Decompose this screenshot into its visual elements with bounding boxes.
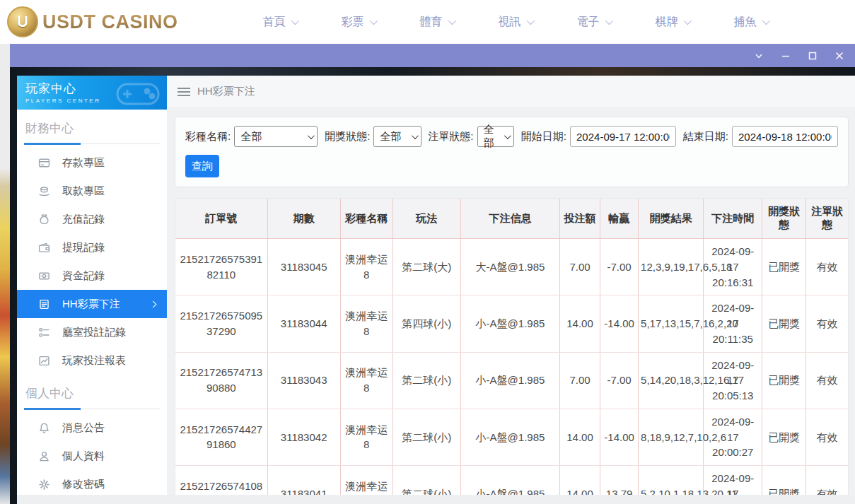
hamburger-icon[interactable] — [178, 87, 190, 97]
table-cell: 小-A盤@1.985 — [460, 352, 559, 409]
table-header-row: 訂單號期數彩種名稱玩法下注信息投注額輸贏開獎結果下注時間開獎狀態注單狀態 — [175, 199, 848, 239]
table-cell: 31183043 — [267, 352, 340, 409]
site-logo[interactable]: U USDT CASINO — [7, 6, 178, 37]
close-button[interactable] — [834, 50, 845, 61]
sidebar-item[interactable]: 廳室投註記錄 — [17, 318, 167, 346]
breadcrumb-label: HH彩票下注 — [197, 85, 255, 98]
table-cell: 已開獎 — [762, 409, 806, 465]
site-header: U USDT CASINO 首頁彩票體育視訊電子棋牌捕魚 — [0, 0, 855, 44]
table-cell: 14.00 — [560, 409, 600, 465]
maximize-button[interactable] — [807, 50, 818, 61]
table-cell: 31183044 — [267, 295, 340, 352]
window-bottom-strip — [17, 495, 855, 504]
table-cell: 5,2,10,1,18,13,20,11 — [639, 466, 704, 496]
order-status-select[interactable]: 全部 — [477, 126, 515, 147]
sidebar-item-label: 資金記錄 — [62, 269, 105, 283]
lottery-name-select[interactable]: 全部 — [234, 126, 318, 147]
table-cell: 有效 — [806, 239, 848, 295]
sidebar-section-title: 個人中心 — [24, 384, 160, 409]
nav-item[interactable]: 棋牌 — [656, 15, 690, 30]
table-body: 215217265753918211031183045澳洲幸运8第二球(大)大-… — [175, 239, 848, 496]
table-cell: -14.00 — [600, 295, 639, 352]
start-date-input[interactable] — [570, 126, 676, 147]
table-cell: 小-A盤@1.985 — [460, 295, 559, 352]
search-button[interactable]: 查詢 — [185, 155, 219, 177]
table-cell: 大-A盤@1.985 — [460, 239, 559, 295]
sidebar-item[interactable]: 玩家投注報表 — [17, 346, 167, 375]
table-cell: 2152172657539182110 — [175, 239, 267, 295]
nav-item[interactable]: 體育 — [420, 15, 454, 30]
end-date-input[interactable] — [732, 126, 838, 147]
sidebar-item[interactable]: HH彩票下注 — [17, 290, 167, 318]
end-date-label: 結束日期: — [683, 130, 728, 143]
deposit-icon — [38, 157, 50, 169]
nav-item[interactable]: 電子 — [577, 15, 611, 30]
table-cell: 澳洲幸运8 — [340, 239, 392, 295]
chevron-down-icon — [504, 132, 511, 139]
bet-records-table: 訂單號期數彩種名稱玩法下注信息投注額輸贏開獎結果下注時間開獎狀態注單狀態 215… — [175, 199, 848, 495]
sidebar-item-label: 個人資料 — [62, 450, 105, 463]
profile-icon — [38, 450, 50, 462]
table-header-cell: 玩法 — [392, 199, 460, 239]
sidebar-item[interactable]: 提現記錄 — [17, 233, 167, 262]
sidebar-item[interactable]: 資金記錄 — [17, 262, 167, 290]
bet-records-table-card: 訂單號期數彩種名稱玩法下注信息投注額輸贏開獎結果下注時間開獎狀態注單狀態 215… — [175, 198, 849, 495]
table-header-cell: 訂單號 — [175, 199, 267, 239]
table-cell: 澳洲幸运8 — [340, 466, 392, 496]
funds-record-icon — [38, 270, 50, 282]
password-icon — [38, 479, 50, 491]
table-header-cell: 投注額 — [560, 199, 600, 239]
nav-item-label: 棋牌 — [656, 15, 678, 30]
sidebar-item[interactable]: 存款專區 — [17, 148, 167, 177]
table-header-cell: 開獎狀態 — [762, 199, 806, 239]
order-status-label: 注單狀態: — [428, 130, 473, 143]
table-cell: 2152172657442791860 — [175, 409, 267, 465]
lottery-bet-icon — [38, 298, 50, 310]
chevron-down-icon — [448, 17, 455, 25]
nav-item[interactable]: 視訊 — [499, 15, 533, 30]
nav-item[interactable]: 彩票 — [342, 15, 376, 30]
sidebar-item[interactable]: 個人資料 — [17, 442, 167, 470]
sidebar-item[interactable]: 修改密碼 — [17, 470, 167, 495]
table-header-cell: 下注信息 — [460, 199, 559, 239]
breadcrumb: HH彩票下注 — [167, 76, 855, 108]
player-report-icon — [38, 355, 50, 367]
nav-item[interactable]: 首頁 — [263, 15, 297, 30]
sidebar-header: 玩家中心 PLAYERS CENTER — [17, 76, 167, 110]
nav-item-label: 電子 — [577, 15, 600, 30]
sidebar-item-label: 取款專區 — [62, 184, 105, 198]
table-cell: 31183042 — [267, 409, 340, 465]
main-panel: HH彩票下注 彩種名稱: 全部 開獎狀態: 全部 — [167, 76, 855, 495]
minimize-button[interactable] — [780, 50, 791, 61]
table-cell: 有效 — [806, 409, 848, 465]
table-cell: 澳洲幸运8 — [340, 409, 392, 465]
lottery-name-label: 彩種名稱: — [185, 130, 231, 143]
draw-status-select[interactable]: 全部 — [373, 126, 421, 147]
sidebar-item-label: HH彩票下注 — [62, 298, 120, 311]
nav-item-label: 捕魚 — [734, 15, 757, 30]
table-cell: 第二球(小) — [392, 352, 460, 409]
table-header-cell: 彩種名稱 — [340, 199, 392, 239]
sidebar: 玩家中心 PLAYERS CENTER 財務中心存款專區取款專區充值記錄提現記錄… — [17, 76, 167, 495]
sidebar-item-label: 玩家投注報表 — [62, 354, 126, 368]
chevron-down-icon — [412, 132, 419, 139]
table-cell: 14.00 — [560, 466, 600, 496]
table-cell: 8,18,9,12,7,10,2,6 — [639, 409, 704, 465]
window-titlebar — [10, 44, 855, 67]
nav-item[interactable]: 捕魚 — [734, 15, 768, 30]
lottery-name-value: 全部 — [240, 130, 262, 143]
table-cell: 第二球(大) — [392, 239, 460, 295]
table-cell: 5,14,20,18,3,12,16,17 — [639, 352, 704, 409]
withdrawal-record-icon — [38, 242, 50, 254]
sidebar-item[interactable]: 消息公告 — [17, 414, 167, 442]
sidebar-item[interactable]: 充值記錄 — [17, 205, 167, 233]
recharge-record-icon — [38, 213, 50, 225]
page: U USDT CASINO 首頁彩票體育視訊電子棋牌捕魚 玩家中心 PLAYER… — [0, 0, 855, 504]
start-date-label: 開始日期: — [521, 130, 566, 143]
sidebar-item[interactable]: 取款專區 — [17, 177, 167, 205]
draw-status-label: 開獎狀態: — [325, 130, 370, 143]
table-cell: 有效 — [806, 352, 848, 409]
sidebar-item-label: 修改密碼 — [62, 478, 105, 491]
collapse-button[interactable] — [753, 50, 764, 61]
filter-panel: 彩種名稱: 全部 開獎狀態: 全部 注單狀態: — [175, 117, 849, 187]
